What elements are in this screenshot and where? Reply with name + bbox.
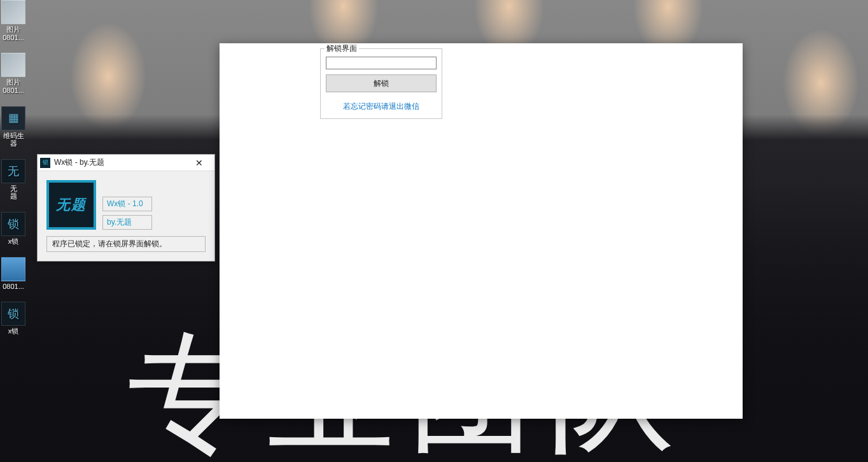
window-title: Wx锁 - by.无题	[54, 157, 186, 168]
desktop-icon[interactable]: 0801...	[0, 257, 27, 291]
desktop-icon-label: 图片	[6, 25, 20, 34]
password-input[interactable]	[326, 57, 437, 69]
lock-screen-panel: 解锁界面 解锁 若忘记密码请退出微信	[220, 43, 743, 419]
desktop-icon-label: 无	[10, 185, 17, 193]
status-message: 程序已锁定，请在锁屏界面解锁。	[46, 236, 206, 252]
unlock-button[interactable]: 解锁	[326, 74, 437, 92]
app-icon: 锁	[1, 302, 25, 326]
folder-icon	[1, 257, 25, 281]
image-icon	[1, 53, 25, 77]
forgot-password-link[interactable]: 若忘记密码请退出微信	[326, 101, 437, 112]
desktop-icon-sublabel: 器	[10, 139, 17, 148]
image-icon	[1, 0, 25, 24]
desktop-icon-label: x锁	[8, 327, 19, 335]
desktop-icon[interactable]: 锁 x锁	[0, 302, 27, 335]
wxlock-app-window: 锁 Wx锁 - by.无题 ✕ 无题 Wx锁 - 1.0 by.无题 程序已锁定…	[37, 154, 215, 262]
desktop-icon[interactable]: ▦ 维码生 器	[0, 106, 27, 148]
desktop-icon[interactable]: 锁 x锁	[0, 212, 27, 246]
app-icon: 锁	[1, 212, 25, 236]
desktop-icon[interactable]: 图片 0801...	[0, 0, 27, 41]
desktop-icon-sublabel: 0801...	[3, 34, 24, 42]
desktop-icon-sublabel: 0801...	[3, 283, 24, 291]
fieldset-legend: 解锁界面	[325, 43, 359, 54]
desktop-icons-strip: 图片 0801... 图片 0801... ▦ 维码生 器 无 无 题 锁 x锁…	[0, 0, 27, 335]
close-button[interactable]: ✕	[186, 155, 212, 171]
app-window-icon: 锁	[40, 158, 50, 168]
app-logo: 无题	[46, 180, 96, 230]
author-box: by.无题	[102, 215, 152, 230]
desktop-icon-sublabel: 0801...	[3, 87, 24, 95]
app-icon: 无	[1, 159, 25, 183]
desktop-icon-label: 维码生	[3, 132, 24, 140]
desktop-icon-label: x锁	[8, 237, 19, 246]
desktop-icon-sublabel: 题	[10, 192, 17, 200]
close-icon: ✕	[195, 158, 203, 168]
desktop-icon[interactable]: 图片 0801...	[0, 53, 27, 94]
unlock-fieldset: 解锁界面 解锁 若忘记密码请退出微信	[320, 48, 442, 119]
qr-icon: ▦	[1, 106, 25, 130]
version-box: Wx锁 - 1.0	[102, 197, 152, 211]
app-body: 无题 Wx锁 - 1.0 by.无题 程序已锁定，请在锁屏界面解锁。	[38, 171, 214, 261]
desktop-icon[interactable]: 无 无 题	[0, 159, 27, 200]
desktop-icon-label: 图片	[6, 78, 20, 87]
titlebar[interactable]: 锁 Wx锁 - by.无题 ✕	[38, 155, 214, 171]
